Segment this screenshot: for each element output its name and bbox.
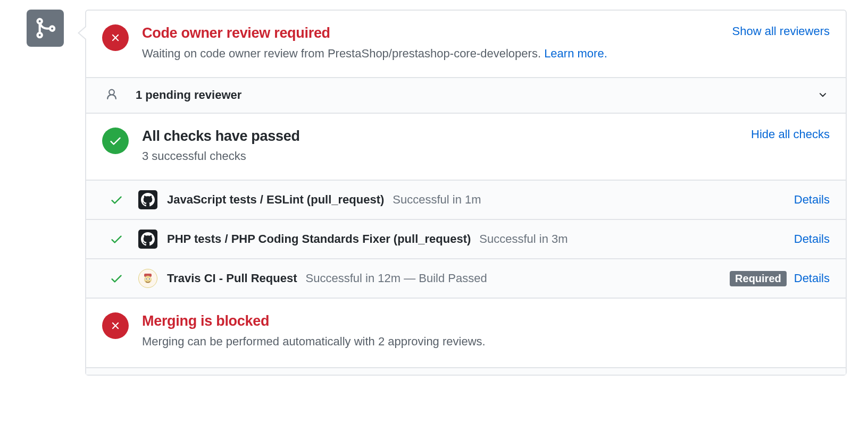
check-result: Successful in 1m bbox=[393, 193, 794, 207]
travis-ci-avatar bbox=[138, 269, 157, 288]
merge-status-box: Code owner review required Waiting on co… bbox=[85, 10, 847, 376]
check-icon bbox=[108, 134, 122, 148]
x-icon bbox=[110, 32, 121, 44]
checks-passed-section: All checks have passed 3 successful chec… bbox=[86, 114, 846, 181]
merge-blocked-section: Merging is blocked Merging can be perfor… bbox=[86, 299, 846, 368]
check-row: JavaScript tests / ESLint (pull_request)… bbox=[86, 181, 846, 220]
check-result: Successful in 3m bbox=[479, 232, 794, 246]
github-icon bbox=[141, 193, 155, 207]
merge-blocked-title: Merging is blocked bbox=[142, 312, 830, 330]
pending-reviewer-label: 1 pending reviewer bbox=[136, 88, 241, 101]
svg-point-4 bbox=[146, 278, 147, 279]
pending-reviewer-row[interactable]: 1 pending reviewer bbox=[86, 78, 846, 114]
check-name: JavaScript tests / ESLint (pull_request) bbox=[167, 193, 384, 207]
check-name: Travis CI - Pull Request bbox=[167, 272, 297, 285]
check-details-link[interactable]: Details bbox=[794, 232, 830, 246]
check-name: PHP tests / PHP Coding Standards Fixer (… bbox=[167, 232, 471, 246]
learn-more-link[interactable]: Learn more. bbox=[544, 47, 607, 60]
check-row: Travis CI - Pull Request Successful in 1… bbox=[86, 259, 846, 299]
check-details-link[interactable]: Details bbox=[794, 272, 830, 285]
check-result: Successful in 12m — Build Passed bbox=[306, 272, 730, 285]
show-all-reviewers-link[interactable]: Show all reviewers bbox=[732, 24, 830, 38]
review-desc-text: Waiting on code owner review from Presta… bbox=[142, 47, 544, 60]
chevron-down-icon bbox=[816, 88, 830, 103]
person-icon bbox=[105, 88, 118, 103]
check-row: PHP tests / PHP Coding Standards Fixer (… bbox=[86, 220, 846, 259]
github-actions-avatar bbox=[138, 190, 157, 209]
error-status-icon bbox=[102, 312, 129, 339]
merge-blocked-desc: Merging can be performed automatically w… bbox=[142, 334, 830, 350]
check-details-link[interactable]: Details bbox=[794, 193, 830, 207]
github-actions-avatar bbox=[138, 230, 157, 249]
git-merge-icon bbox=[34, 16, 57, 40]
check-status-success bbox=[110, 193, 123, 207]
success-status-icon bbox=[102, 128, 129, 154]
check-status-success bbox=[110, 272, 123, 285]
check-status-success bbox=[110, 232, 123, 246]
review-required-section: Code owner review required Waiting on co… bbox=[86, 11, 846, 78]
x-icon bbox=[110, 320, 121, 332]
hide-all-checks-link[interactable]: Hide all checks bbox=[751, 128, 830, 141]
review-desc: Waiting on code owner review from Presta… bbox=[142, 46, 722, 62]
trailing-section bbox=[86, 368, 846, 375]
svg-point-5 bbox=[149, 278, 150, 279]
checks-title: All checks have passed bbox=[142, 128, 740, 146]
travis-icon bbox=[141, 272, 154, 285]
required-badge: Required bbox=[730, 271, 787, 286]
github-icon bbox=[141, 232, 155, 246]
error-status-icon bbox=[102, 24, 129, 51]
review-title: Code owner review required bbox=[142, 24, 722, 43]
checks-subtitle: 3 successful checks bbox=[142, 148, 740, 165]
merge-timeline-badge bbox=[27, 10, 64, 47]
